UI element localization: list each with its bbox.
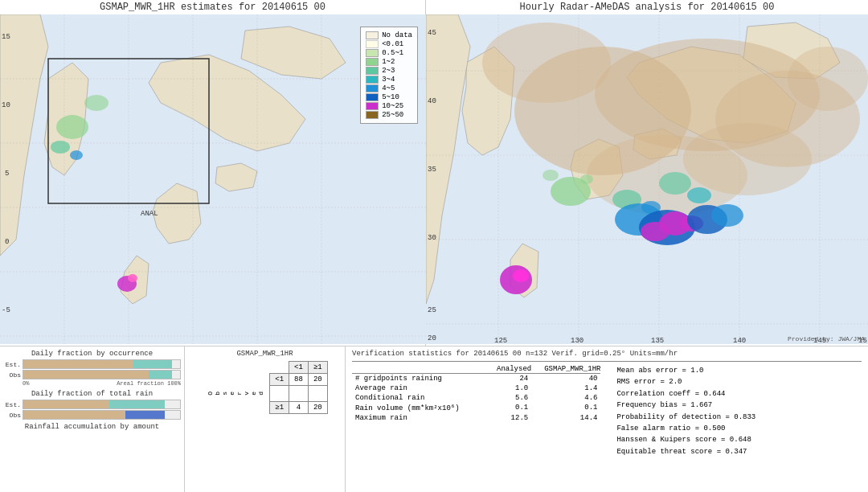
svg-point-66 [788, 47, 868, 111]
stats-row-gsmap: 4.6 [531, 393, 600, 403]
bottom-row: Daily fraction by occurrence Est. Obs [0, 346, 868, 492]
svg-point-64 [683, 123, 812, 195]
svg-text:40: 40 [428, 97, 436, 105]
legend: No data <0.01 0.5~1 1~2 [360, 27, 418, 124]
stats-row-gsmap: 1.4 [531, 383, 600, 393]
legend-1-color [366, 58, 379, 66]
legend-3-color [366, 76, 379, 84]
stats-header: Verification statistics for 20140615 00 … [352, 350, 862, 358]
right-map-svg: 45 40 35 30 25 20 125 130 135 140 145 15 [426, 14, 868, 344]
svg-text:-5: -5 [2, 306, 10, 314]
bar-fill-teal-1 [133, 360, 173, 368]
legend-05-color [366, 49, 379, 57]
stats-row-analysed: 24 [497, 374, 531, 384]
stats-table-container: Analysed GSMAP_MWR_1HR # gridpoints rain… [352, 365, 600, 457]
svg-text:130: 130 [571, 337, 583, 344]
stats-row-analysed: 12.5 [497, 413, 531, 423]
svg-text:15: 15 [2, 33, 10, 41]
bar-fill-tan-2 [23, 400, 109, 408]
svg-text:25: 25 [428, 306, 436, 314]
svg-text:140: 140 [733, 337, 746, 344]
legend-10-color [366, 102, 379, 110]
legend-2-color [366, 67, 379, 75]
legend-05-label: 0.5~1 [382, 49, 403, 57]
legend-001-color [366, 40, 379, 48]
col1-header: <1 [289, 362, 309, 374]
stats-row-analysed: 0.1 [497, 403, 531, 413]
observed-vertical-label: Observed [207, 392, 264, 396]
legend-nodata-label: No data [382, 31, 412, 39]
est-label-1: Est. [3, 361, 21, 368]
svg-point-28 [70, 150, 83, 160]
legend-nodata-color [366, 31, 379, 39]
bar-fill-teal-2 [109, 400, 164, 408]
bar-obs-1: Obs [3, 370, 181, 379]
bar-track-obs-1 [23, 370, 181, 379]
stats-row-label: Rain volume (mm*km²x10⁶) [352, 403, 497, 413]
legend-25-label: 25~50 [382, 111, 403, 119]
bar-fill-tan-obs-2 [23, 411, 125, 419]
right-stats-list: Mean abs error = 1.0RMS error = 2.0Corre… [616, 365, 755, 457]
col-gsmap-header: GSMAP_MWR_1HR [531, 365, 600, 373]
provided-by: Provided by: JWA/JMA [788, 335, 865, 342]
svg-point-23 [56, 115, 88, 139]
chart2-title: Daily fraction of total rain [3, 390, 181, 398]
right-stat-item: Mean abs error = 1.0 [616, 365, 755, 376]
stats-row-gsmap: 40 [531, 374, 600, 384]
right-stat-item: False alarm ratio = 0.500 [616, 423, 755, 434]
bar-fill-tan-obs-1 [23, 371, 149, 379]
stats-row-analysed: 1.0 [497, 383, 531, 393]
stats-row-label: # gridpoints raining [352, 374, 497, 384]
left-panel: GSMAP_MWR_1HR estimates for 20140615 00 [0, 0, 426, 346]
stats-row-label: Average rain [352, 383, 497, 393]
stats-row-label: Maximum rain [352, 413, 497, 423]
chart-occurrence: Daily fraction by occurrence Est. Obs [3, 350, 181, 387]
right-stat-item: Correlation coeff = 0.644 [616, 388, 755, 400]
right-panel-title: Hourly Radar-AMeDAS analysis for 2014061… [426, 0, 868, 14]
right-map: 45 40 35 30 25 20 125 130 135 140 145 15 [426, 14, 868, 344]
bar-track-obs-2 [23, 410, 181, 420]
svg-text:30: 30 [428, 234, 436, 242]
svg-text:135: 135 [651, 337, 664, 344]
stats-row-label: Conditional rain [352, 393, 497, 403]
stats-grid: Analysed GSMAP_MWR_1HR # gridpoints rain… [352, 365, 862, 457]
legend-001-label: <0.01 [382, 40, 403, 48]
legend-2-label: 2~3 [382, 67, 395, 75]
legend-25-color [366, 111, 379, 119]
cell-21: 4 [289, 402, 309, 414]
right-stat-item: RMS error = 2.0 [616, 376, 755, 387]
bar-axis-1: 0% Areal fraction 100% [23, 380, 181, 387]
row2-header: ≥1 [270, 402, 289, 414]
svg-point-27 [128, 274, 137, 282]
legend-10-label: 10~25 [382, 102, 403, 110]
axis-right-1: Areal fraction 100% [117, 380, 181, 387]
bar-track-est-1 [23, 359, 181, 369]
stats-table: Analysed GSMAP_MWR_1HR # gridpoints rain… [352, 365, 600, 423]
confusion-matrix: <1 ≥1 Observed <1 88 20 ≥1 [202, 361, 327, 414]
legend-1-label: 1~2 [382, 58, 395, 66]
svg-text:35: 35 [428, 166, 436, 174]
right-stat-item: Frequency bias = 1.667 [616, 400, 755, 411]
main-container: GSMAP_MWR_1HR estimates for 20140615 00 [0, 0, 868, 492]
legend-5-color [366, 93, 379, 101]
stats-table-row: Average rain1.01.4 [352, 383, 600, 393]
bar-fill-tan-1 [23, 360, 133, 368]
est-label-2: Est. [3, 401, 21, 408]
stats-row-gsmap: 0.1 [531, 403, 600, 413]
svg-point-24 [84, 95, 108, 111]
bar-obs-2: Obs [3, 410, 181, 420]
svg-point-82 [542, 170, 559, 181]
stats-table-body: # gridpoints raining2440Average rain1.01… [352, 374, 600, 424]
right-stat-item: Equitable threat score = 0.347 [616, 446, 755, 457]
right-stat-item: Probability of detection = 0.833 [616, 412, 755, 423]
bottom-left-charts: Daily fraction by occurrence Est. Obs [0, 346, 185, 492]
cell-22: 20 [308, 402, 327, 414]
stats-table-row: Conditional rain5.64.6 [352, 393, 600, 403]
bar-fill-teal-obs-1 [149, 371, 172, 379]
svg-point-25 [51, 141, 70, 154]
stats-table-row: # gridpoints raining2440 [352, 374, 600, 384]
col2-header: ≥1 [308, 362, 327, 374]
svg-text:125: 125 [494, 337, 507, 344]
bottom-center-matrix: GSMAP_MWR_1HR <1 ≥1 Observed <1 88 20 [185, 346, 346, 492]
chart-total-rain: Daily fraction of total rain Est. Obs [3, 390, 181, 420]
